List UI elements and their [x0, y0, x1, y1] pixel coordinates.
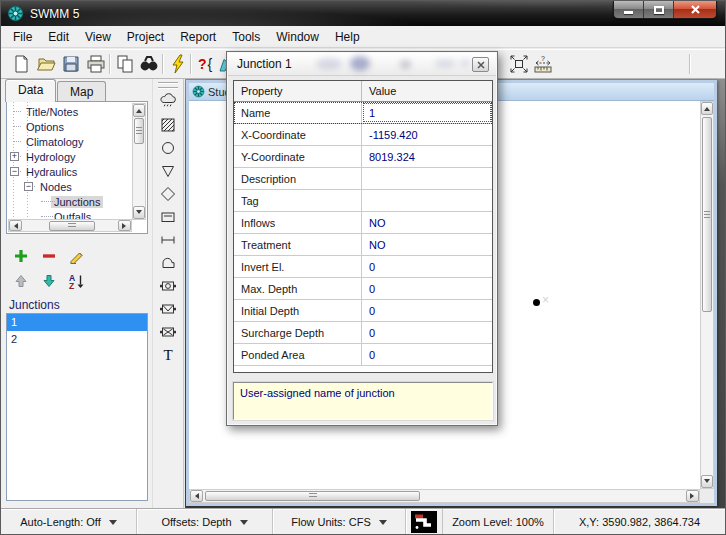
menu-item[interactable]: Project — [119, 27, 172, 47]
property-row[interactable]: Invert El. 0 — [234, 256, 492, 278]
tree-item[interactable]: Title/Notes — [7, 104, 133, 119]
orifice-tool[interactable] — [154, 274, 182, 297]
open-file-button[interactable] — [34, 52, 58, 76]
scroll-up-button[interactable] — [701, 102, 713, 115]
auto-length-selector[interactable]: Auto-Length: Off — [1, 509, 137, 535]
list-item[interactable]: 2 — [7, 331, 147, 348]
property-value[interactable] — [362, 168, 492, 189]
property-value[interactable] — [362, 190, 492, 211]
storage-unit-tool[interactable] — [154, 205, 182, 228]
list-item[interactable]: 1 — [7, 314, 147, 331]
property-row[interactable]: Y-Coordinate 8019.324 — [234, 146, 492, 168]
toolbar-gripper[interactable] — [158, 83, 178, 88]
tree-item[interactable]: Junctions — [7, 194, 133, 209]
tree-item[interactable]: − Nodes — [7, 179, 133, 194]
dialog-close-button[interactable] — [472, 57, 489, 72]
scroll-right-button[interactable] — [118, 220, 131, 231]
subcatchment-tool[interactable] — [154, 113, 182, 136]
move-down-button[interactable] — [39, 272, 59, 290]
tree-expander-icon[interactable]: − — [10, 167, 19, 176]
property-row[interactable]: X-Coordinate -1159.420 — [234, 124, 492, 146]
minimize-button[interactable] — [614, 1, 644, 18]
tree-expander-icon[interactable]: − — [24, 182, 33, 191]
property-row[interactable]: Name 1 — [234, 102, 492, 124]
edit-object-button[interactable] — [67, 247, 87, 265]
menu-item[interactable]: Tools — [224, 27, 268, 47]
tree-item[interactable]: − Hydraulics — [7, 164, 133, 179]
property-row[interactable]: Surcharge Depth 0 — [234, 322, 492, 344]
outlet-tool[interactable] — [154, 320, 182, 343]
dialog-titlebar[interactable]: Junction 1 — [228, 53, 496, 76]
divider-tool[interactable] — [154, 182, 182, 205]
move-up-button[interactable] — [11, 272, 31, 290]
flow-units-selector[interactable]: Flow Units: CFS — [273, 509, 406, 535]
sort-button[interactable]: A Z — [67, 272, 87, 290]
property-row[interactable]: Ponded Area 0 — [234, 344, 492, 366]
property-value[interactable]: NO — [362, 212, 492, 233]
scroll-thumb[interactable] — [134, 118, 144, 144]
conduit-tool[interactable] — [154, 228, 182, 251]
property-value[interactable]: 0 — [362, 322, 492, 343]
tree-item[interactable]: Climatology — [7, 134, 133, 149]
property-value[interactable]: NO — [362, 234, 492, 255]
property-row[interactable]: Inflows NO — [234, 212, 492, 234]
tree-hscrollbar[interactable] — [8, 219, 132, 232]
tab-data[interactable]: Data — [5, 79, 56, 102]
menu-item[interactable]: View — [77, 27, 119, 47]
property-value[interactable]: 0 — [362, 278, 492, 299]
find-button[interactable] — [137, 52, 161, 76]
map-vscrollbar[interactable] — [700, 101, 714, 489]
property-row[interactable]: Description — [234, 168, 492, 190]
add-object-button[interactable] — [11, 247, 31, 265]
outfall-tool[interactable] — [154, 159, 182, 182]
weir-tool[interactable] — [154, 297, 182, 320]
property-row[interactable]: Treatment NO — [234, 234, 492, 256]
tree-expander-icon[interactable]: + — [10, 152, 19, 161]
full-extent-button[interactable] — [507, 52, 531, 76]
tree-vscrollbar[interactable] — [132, 103, 146, 220]
menu-item[interactable]: Report — [172, 27, 224, 47]
label-tool[interactable]: T — [154, 343, 182, 366]
map-hscrollbar[interactable] — [189, 489, 700, 503]
scroll-up-button[interactable] — [133, 104, 145, 117]
tab-map[interactable]: Map — [57, 81, 106, 102]
offsets-selector[interactable]: Offsets: Depth — [137, 509, 273, 535]
menu-item[interactable]: Edit — [40, 27, 77, 47]
scroll-thumb[interactable] — [702, 117, 712, 312]
tree-item[interactable]: Options — [7, 119, 133, 134]
scroll-left-button[interactable] — [190, 490, 203, 502]
property-value[interactable]: 0 — [362, 344, 492, 365]
scroll-down-button[interactable] — [701, 475, 713, 488]
junction-node-dot[interactable] — [533, 299, 540, 306]
property-row[interactable]: Tag — [234, 190, 492, 212]
measure-button[interactable]: ? — [531, 52, 555, 76]
rain-gage-tool[interactable] — [154, 90, 182, 113]
menu-item[interactable]: Window — [268, 27, 327, 47]
save-button[interactable] — [59, 52, 83, 76]
property-row[interactable]: Max. Depth 0 — [234, 278, 492, 300]
scroll-thumb[interactable] — [205, 491, 420, 501]
scroll-left-button[interactable] — [9, 220, 22, 231]
run-button[interactable] — [166, 52, 190, 76]
scroll-down-button[interactable] — [133, 206, 145, 219]
property-value[interactable]: 8019.324 — [362, 146, 492, 167]
tree-item[interactable]: + Hydrology — [7, 149, 133, 164]
scroll-thumb[interactable] — [49, 221, 95, 231]
delete-object-button[interactable] — [39, 247, 59, 265]
new-file-button[interactable] — [9, 52, 33, 76]
junction-tool[interactable] — [154, 136, 182, 159]
property-value[interactable]: -1159.420 — [362, 124, 492, 145]
print-button[interactable] — [84, 52, 108, 76]
property-value[interactable]: 1 — [362, 102, 492, 123]
menu-item[interactable]: File — [5, 27, 40, 47]
menu-item[interactable]: Help — [327, 27, 368, 47]
query-button[interactable]: ?{ — [193, 52, 217, 76]
copy-button[interactable] — [113, 52, 137, 76]
maximize-button[interactable] — [644, 1, 674, 18]
property-value[interactable]: 0 — [362, 256, 492, 277]
scroll-right-button[interactable] — [686, 490, 699, 502]
pump-tool[interactable] — [154, 251, 182, 274]
close-button[interactable] — [674, 1, 716, 18]
property-value[interactable]: 0 — [362, 300, 492, 321]
property-row[interactable]: Initial Depth 0 — [234, 300, 492, 322]
